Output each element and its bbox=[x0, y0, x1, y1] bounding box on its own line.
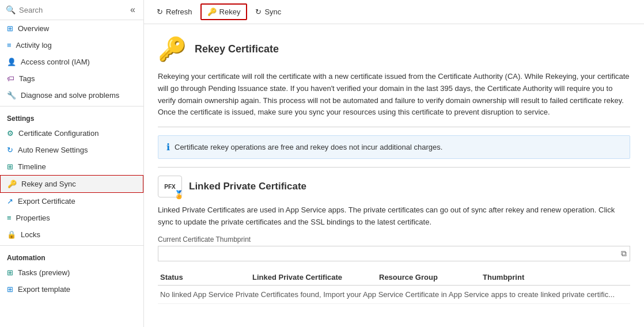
properties-icon: ≡ bbox=[7, 214, 12, 222]
rekey-button[interactable]: 🔑 Rekey bbox=[200, 3, 248, 20]
linked-cert-description: Linked Private Certificates are used in … bbox=[158, 204, 630, 229]
locks-icon: 🔒 bbox=[7, 230, 16, 239]
sidebar-item-export-cert[interactable]: ↗ Export Certificate bbox=[0, 193, 143, 210]
sidebar-item-cert-config[interactable]: ⚙ Certificate Configuration bbox=[0, 125, 143, 142]
settings-section-label: Settings bbox=[0, 109, 143, 125]
timeline-icon: ⊞ bbox=[7, 162, 13, 171]
thumbprint-input[interactable] bbox=[158, 246, 630, 261]
table-empty-message: No linked App Service Private Certificat… bbox=[158, 286, 630, 304]
copy-icon[interactable]: ⧉ bbox=[621, 249, 627, 258]
thumbprint-label: Current Certificate Thumbprint bbox=[158, 235, 630, 244]
activity-log-icon: ≡ bbox=[7, 41, 12, 50]
linked-cert-title: Linked Private Certificate bbox=[189, 181, 306, 192]
col-thumbprint: Thumbprint bbox=[480, 273, 630, 282]
rekey-cert-icon: 🔑 bbox=[158, 36, 187, 63]
thumbprint-wrapper: ⧉ bbox=[158, 246, 630, 261]
col-resource-group: Resource Group bbox=[377, 273, 480, 282]
automation-section-label: Automation bbox=[0, 248, 143, 264]
info-icon: ℹ bbox=[166, 142, 170, 153]
sidebar-item-tags[interactable]: 🏷 Tags bbox=[0, 70, 143, 87]
info-banner: ℹ Certificate rekey operations are free … bbox=[158, 135, 630, 159]
export-cert-icon: ↗ bbox=[7, 197, 13, 206]
rekey-section-header: 🔑 Rekey Certificate bbox=[158, 36, 630, 63]
toolbar: ↻ Refresh 🔑 Rekey ↻ Sync bbox=[144, 0, 644, 24]
overview-icon: ⊞ bbox=[7, 24, 13, 33]
sidebar-nav: ⊞ Overview ≡ Activity log 👤 Access contr… bbox=[0, 20, 143, 327]
linked-cert-header: PFX 🏅 Linked Private Certificate bbox=[158, 176, 630, 197]
sidebar-divider-1 bbox=[0, 106, 143, 107]
sync-icon: ↻ bbox=[255, 7, 262, 16]
diagnose-icon: 🔧 bbox=[7, 91, 16, 100]
cert-config-icon: ⚙ bbox=[7, 129, 14, 138]
content-area: 🔑 Rekey Certificate Rekeying your certif… bbox=[144, 24, 644, 327]
col-status: Status bbox=[158, 273, 250, 282]
rekey-sync-icon: 🔑 bbox=[7, 180, 17, 188]
rekey-section-title: Rekey Certificate bbox=[195, 43, 279, 55]
sync-button[interactable]: ↻ Sync bbox=[249, 5, 287, 19]
search-input[interactable] bbox=[19, 6, 124, 14]
linked-cert-divider bbox=[158, 167, 630, 168]
tags-icon: 🏷 bbox=[7, 74, 14, 83]
auto-renew-icon: ↻ bbox=[7, 146, 13, 154]
sidebar-item-access-control[interactable]: 👤 Access control (IAM) bbox=[0, 54, 143, 70]
export-template-icon: ⊞ bbox=[7, 285, 13, 294]
sidebar-item-timeline[interactable]: ⊞ Timeline bbox=[0, 158, 143, 175]
table-header: Status Linked Private Certificate Resour… bbox=[158, 269, 630, 286]
sidebar-item-activity-log[interactable]: ≡ Activity log bbox=[0, 37, 143, 54]
sidebar-item-tasks[interactable]: ⊞ Tasks (preview) bbox=[0, 264, 143, 281]
col-linked-cert: Linked Private Certificate bbox=[250, 273, 377, 282]
sidebar-item-locks[interactable]: 🔒 Locks bbox=[0, 226, 143, 243]
rekey-section-description: Rekeying your certificate will roll the … bbox=[158, 71, 630, 119]
search-icon: 🔍 bbox=[6, 5, 16, 14]
refresh-button[interactable]: ↻ Refresh bbox=[151, 5, 198, 19]
rekey-icon: 🔑 bbox=[207, 7, 217, 16]
sidebar-item-export-template[interactable]: ⊞ Export template bbox=[0, 281, 143, 298]
sidebar-item-rekey-sync[interactable]: 🔑 Rekey and Sync bbox=[0, 175, 143, 193]
search-bar: 🔍 « bbox=[0, 0, 143, 20]
sidebar-item-properties[interactable]: ≡ Properties bbox=[0, 210, 143, 226]
rekey-divider bbox=[158, 127, 630, 127]
sidebar-item-diagnose[interactable]: 🔧 Diagnose and solve problems bbox=[0, 87, 143, 104]
sidebar-divider-2 bbox=[0, 245, 143, 246]
pfx-badge: PFX 🏅 bbox=[158, 176, 182, 197]
main-content: ↻ Refresh 🔑 Rekey ↻ Sync 🔑 Rekey Certifi… bbox=[144, 0, 644, 327]
collapse-button[interactable]: « bbox=[128, 5, 138, 15]
linked-cert-section: PFX 🏅 Linked Private Certificate Linked … bbox=[158, 176, 630, 304]
pfx-medal-icon: 🏅 bbox=[174, 190, 184, 199]
access-control-icon: 👤 bbox=[7, 58, 16, 66]
tasks-icon: ⊞ bbox=[7, 268, 13, 277]
sidebar-item-overview[interactable]: ⊞ Overview bbox=[0, 20, 143, 37]
sidebar: 🔍 « ⊞ Overview ≡ Activity log 👤 Access c… bbox=[0, 0, 144, 327]
refresh-icon: ↻ bbox=[157, 7, 163, 16]
sidebar-item-auto-renew[interactable]: ↻ Auto Renew Settings bbox=[0, 142, 143, 158]
info-message: Certificate rekey operations are free an… bbox=[175, 143, 442, 151]
